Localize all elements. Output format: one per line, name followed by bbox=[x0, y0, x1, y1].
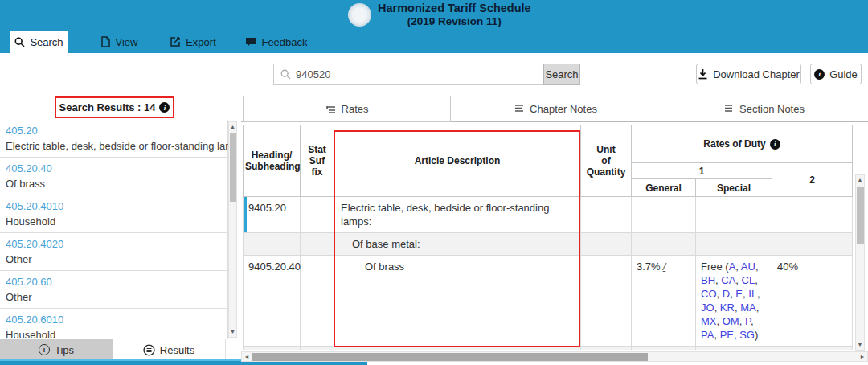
cell-article-description: Of brass bbox=[334, 256, 581, 347]
scrollbar-thumb[interactable] bbox=[252, 353, 648, 361]
result-code-link[interactable]: 405.20.6010 bbox=[6, 312, 221, 327]
country-code-link[interactable]: PE bbox=[720, 329, 734, 341]
rates-of-duty-label: Rates of Duty bbox=[703, 138, 765, 150]
nav-tab-view[interactable]: View bbox=[88, 31, 149, 53]
cell-rate-special: Free (A, AU, BH, CA, CL, CO, D, E, IL, J… bbox=[696, 256, 772, 347]
table-row[interactable]: 9405.20Electric table, desk, bedside or … bbox=[244, 197, 853, 233]
notes-lines-icon bbox=[723, 104, 734, 113]
tab-section-notes[interactable]: Section Notes bbox=[660, 96, 868, 121]
country-code-link[interactable]: AU bbox=[741, 260, 755, 273]
result-code-link[interactable]: 405.20.40 bbox=[6, 161, 221, 176]
search-result-item[interactable]: 405.20.60Other bbox=[0, 270, 228, 309]
scroll-right-icon[interactable]: ► bbox=[858, 352, 867, 361]
search-result-item[interactable]: 405.20.40Of brass bbox=[0, 157, 228, 195]
table-horizontal-scrollbar[interactable]: ◄ ► bbox=[241, 351, 868, 362]
country-code-link[interactable]: CL bbox=[742, 274, 755, 286]
download-chapter-label: Download Chapter bbox=[713, 68, 800, 80]
result-code-link[interactable]: 405.20 bbox=[6, 123, 221, 138]
cell-unit-of-quantity bbox=[581, 233, 632, 256]
tips-info-icon: i bbox=[39, 344, 50, 355]
col-header-rates-2: 2 bbox=[772, 163, 853, 197]
scroll-up-icon[interactable]: ▲ bbox=[229, 123, 236, 131]
table-row[interactable]: 9405.20.40Of brass3.7%/Free (A, AU, BH, … bbox=[244, 256, 853, 347]
results-info-icon[interactable]: i bbox=[159, 102, 170, 113]
search-result-item[interactable]: 405.20.4020Other bbox=[0, 232, 228, 271]
results-scrollbar[interactable]: ▲ ▼ bbox=[228, 121, 237, 338]
tips-tab[interactable]: i Tips bbox=[0, 339, 113, 360]
table-vertical-scrollbar[interactable]: ▲ ▼ bbox=[855, 174, 865, 351]
guide-button[interactable]: i Guide bbox=[810, 64, 862, 84]
result-code-link[interactable]: 405.20.4020 bbox=[6, 236, 221, 252]
country-code-link[interactable]: CA bbox=[721, 274, 735, 286]
cell-stat-suffix[interactable]: 10 bbox=[301, 347, 334, 351]
col-header-special: Special bbox=[696, 179, 772, 197]
country-code-link[interactable]: SG bbox=[739, 329, 755, 341]
result-description: Household bbox=[6, 214, 221, 229]
cell-rate-general: 3.7%/ bbox=[632, 256, 696, 347]
cell-rate-2 bbox=[772, 347, 853, 351]
result-description: Electric table, desk, bedside or floor-s… bbox=[6, 138, 221, 154]
rates-info-icon[interactable]: i bbox=[770, 139, 780, 150]
search-result-item[interactable]: 405.20.4010Household bbox=[0, 195, 228, 233]
download-chapter-button[interactable]: Download Chapter bbox=[696, 64, 801, 84]
col-header-stat-suffix: Stat Suf fix bbox=[301, 125, 334, 197]
cell-rate-special bbox=[696, 347, 772, 351]
cell-rate-2 bbox=[772, 233, 853, 256]
scroll-down-icon[interactable]: ▼ bbox=[229, 328, 236, 336]
scroll-down-icon[interactable]: ▼ bbox=[856, 341, 864, 349]
country-code-link[interactable]: E bbox=[735, 288, 743, 300]
scroll-left-icon[interactable]: ◄ bbox=[242, 352, 252, 361]
cell-unit-of-quantity bbox=[581, 197, 632, 233]
nav-tab-search[interactable]: Search bbox=[10, 31, 68, 53]
cell-stat-suffix bbox=[301, 197, 334, 233]
export-edit-icon bbox=[170, 36, 181, 47]
col-header-heading: Heading/ Subheading bbox=[244, 125, 301, 197]
rates-table-container: Heading/ Subheading Stat Suf fix Article… bbox=[243, 125, 853, 350]
search-result-item[interactable]: 405.20.6010Household bbox=[0, 308, 228, 339]
country-code-link[interactable]: MX bbox=[701, 315, 717, 327]
cell-rate-2 bbox=[772, 197, 853, 233]
nav-tab-feedback[interactable]: Feedback bbox=[238, 31, 315, 53]
tab-chapter-notes-label: Chapter Notes bbox=[530, 103, 597, 115]
tab-chapter-notes[interactable]: Chapter Notes bbox=[451, 96, 660, 121]
country-code-link[interactable]: P bbox=[745, 315, 751, 327]
col-header-article-description: Article Description bbox=[334, 125, 581, 197]
results-label: Results bbox=[160, 344, 194, 356]
table-row[interactable]: Of base metal: bbox=[244, 233, 853, 256]
cell-rate-2: 40% bbox=[772, 256, 853, 347]
result-code-link[interactable]: 405.20.4010 bbox=[6, 199, 221, 214]
results-tab[interactable]: Results bbox=[113, 339, 226, 360]
annotation-box-search-results: Search Results : 14 i bbox=[55, 96, 174, 118]
page-title: Harmonized Tariff Schedule (2019 Revisio… bbox=[378, 2, 531, 27]
tab-rates-label: Rates bbox=[342, 103, 369, 115]
scrollbar-thumb[interactable] bbox=[230, 133, 236, 202]
country-code-link[interactable]: OM bbox=[723, 315, 739, 327]
document-icon bbox=[100, 36, 111, 47]
rates-table: Heading/ Subheading Stat Suf fix Article… bbox=[243, 125, 853, 350]
tab-rates[interactable]: Rates bbox=[243, 96, 451, 122]
search-result-item[interactable]: 405.20Electric table, desk, bedside or f… bbox=[0, 120, 228, 158]
cell-article-description: Household bbox=[334, 347, 581, 351]
country-code-link[interactable]: MA bbox=[740, 301, 756, 314]
scrollbar-thumb[interactable] bbox=[857, 187, 864, 244]
result-code-link[interactable]: 405.20.60 bbox=[6, 274, 221, 289]
nav-tab-label: Feedback bbox=[261, 36, 307, 48]
country-code-link[interactable]: D bbox=[723, 288, 730, 300]
guide-label: Guide bbox=[829, 68, 858, 80]
country-code-link[interactable]: PA bbox=[701, 329, 714, 341]
country-code-link[interactable]: IL bbox=[748, 288, 757, 300]
country-code-link[interactable]: JO bbox=[701, 301, 714, 314]
notes-lines-icon bbox=[514, 104, 524, 113]
col-header-unit: Unit of Quantity bbox=[581, 125, 632, 197]
table-row[interactable]: 10HouseholdNo. bbox=[244, 347, 853, 351]
scroll-up-icon[interactable]: ▲ bbox=[856, 176, 864, 184]
search-button[interactable]: Search bbox=[543, 64, 580, 85]
nav-tab-export[interactable]: Export bbox=[161, 31, 225, 53]
search-input[interactable] bbox=[296, 68, 505, 80]
cell-rate-general bbox=[632, 233, 696, 256]
country-code-link[interactable]: A bbox=[729, 260, 736, 273]
country-code-link[interactable]: BH bbox=[701, 274, 715, 286]
country-code-link[interactable]: CO bbox=[701, 288, 717, 300]
footnote-link[interactable]: / bbox=[663, 260, 666, 273]
country-code-link[interactable]: KR bbox=[720, 301, 735, 314]
